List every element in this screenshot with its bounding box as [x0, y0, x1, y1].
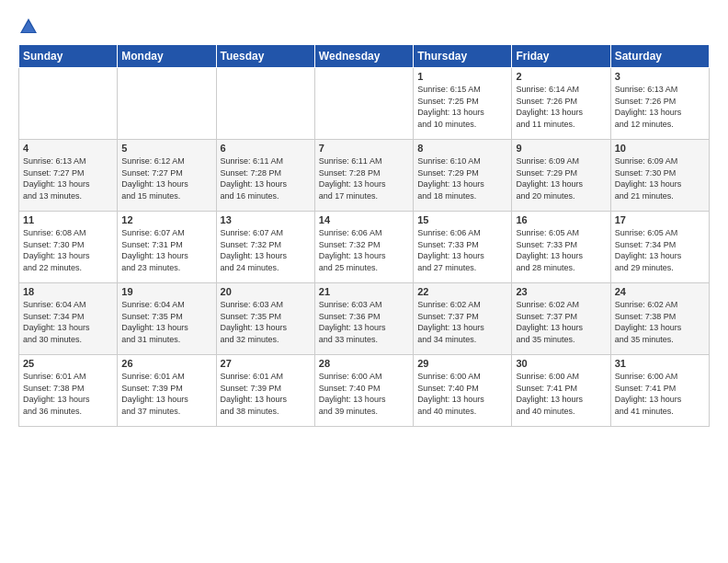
day-number: 21 [319, 286, 409, 297]
day-info: Sunrise: 6:01 AM Sunset: 7:39 PM Dayligh… [221, 371, 311, 417]
week-row-1: 4Sunrise: 6:13 AM Sunset: 7:27 PM Daylig… [19, 140, 710, 212]
calendar-cell: 4Sunrise: 6:13 AM Sunset: 7:27 PM Daylig… [19, 140, 118, 212]
calendar-cell: 30Sunrise: 6:00 AM Sunset: 7:41 PM Dayli… [512, 355, 610, 427]
day-number: 7 [319, 143, 409, 154]
day-number: 11 [23, 214, 113, 225]
logo-icon [18, 17, 39, 37]
day-number: 5 [121, 143, 211, 154]
day-info: Sunrise: 6:11 AM Sunset: 7:28 PM Dayligh… [319, 155, 409, 201]
day-number: 8 [417, 143, 507, 154]
day-info: Sunrise: 6:14 AM Sunset: 7:26 PM Dayligh… [516, 84, 606, 130]
day-info: Sunrise: 6:09 AM Sunset: 7:30 PM Dayligh… [615, 155, 705, 201]
day-info: Sunrise: 6:06 AM Sunset: 7:33 PM Dayligh… [417, 227, 507, 273]
calendar: SundayMondayTuesdayWednesdayThursdayFrid… [18, 44, 710, 427]
day-info: Sunrise: 6:08 AM Sunset: 7:30 PM Dayligh… [23, 227, 113, 273]
day-number: 16 [516, 214, 606, 225]
day-number: 1 [417, 71, 507, 82]
day-info: Sunrise: 6:02 AM Sunset: 7:37 PM Dayligh… [417, 299, 507, 345]
day-number: 24 [615, 286, 705, 297]
week-row-0: 1Sunrise: 6:15 AM Sunset: 7:25 PM Daylig… [19, 68, 710, 140]
day-info: Sunrise: 6:00 AM Sunset: 7:40 PM Dayligh… [319, 371, 409, 417]
day-info: Sunrise: 6:03 AM Sunset: 7:36 PM Dayligh… [319, 299, 409, 345]
day-number: 30 [516, 358, 606, 369]
col-header-thursday: Thursday [414, 45, 512, 68]
day-number: 19 [121, 286, 211, 297]
calendar-cell: 28Sunrise: 6:00 AM Sunset: 7:40 PM Dayli… [314, 355, 413, 427]
calendar-cell: 22Sunrise: 6:02 AM Sunset: 7:37 PM Dayli… [414, 283, 512, 355]
header [18, 17, 710, 37]
calendar-cell: 21Sunrise: 6:03 AM Sunset: 7:36 PM Dayli… [314, 283, 413, 355]
logo [18, 17, 42, 37]
day-info: Sunrise: 6:00 AM Sunset: 7:41 PM Dayligh… [516, 371, 606, 417]
day-number: 15 [417, 214, 507, 225]
calendar-cell: 3Sunrise: 6:13 AM Sunset: 7:26 PM Daylig… [610, 68, 709, 140]
calendar-cell [314, 68, 413, 140]
day-number: 17 [615, 214, 705, 225]
day-number: 12 [121, 214, 211, 225]
day-info: Sunrise: 6:07 AM Sunset: 7:32 PM Dayligh… [221, 227, 311, 273]
calendar-cell [118, 68, 216, 140]
day-info: Sunrise: 6:13 AM Sunset: 7:27 PM Dayligh… [23, 155, 113, 201]
calendar-cell: 10Sunrise: 6:09 AM Sunset: 7:30 PM Dayli… [610, 140, 709, 212]
calendar-cell: 9Sunrise: 6:09 AM Sunset: 7:29 PM Daylig… [512, 140, 610, 212]
calendar-cell: 31Sunrise: 6:00 AM Sunset: 7:41 PM Dayli… [610, 355, 709, 427]
calendar-cell: 15Sunrise: 6:06 AM Sunset: 7:33 PM Dayli… [414, 212, 512, 283]
day-number: 6 [221, 143, 311, 154]
day-number: 26 [121, 358, 211, 369]
col-header-tuesday: Tuesday [216, 45, 314, 68]
day-info: Sunrise: 6:04 AM Sunset: 7:34 PM Dayligh… [23, 299, 113, 345]
day-number: 25 [23, 358, 113, 369]
day-info: Sunrise: 6:15 AM Sunset: 7:25 PM Dayligh… [417, 84, 507, 130]
calendar-cell: 23Sunrise: 6:02 AM Sunset: 7:37 PM Dayli… [512, 283, 610, 355]
day-info: Sunrise: 6:09 AM Sunset: 7:29 PM Dayligh… [516, 155, 606, 201]
calendar-cell: 24Sunrise: 6:02 AM Sunset: 7:38 PM Dayli… [610, 283, 709, 355]
day-number: 10 [615, 143, 705, 154]
col-header-sunday: Sunday [19, 45, 118, 68]
day-info: Sunrise: 6:03 AM Sunset: 7:35 PM Dayligh… [221, 299, 311, 345]
day-number: 31 [615, 358, 705, 369]
calendar-cell: 12Sunrise: 6:07 AM Sunset: 7:31 PM Dayli… [118, 212, 216, 283]
day-number: 2 [516, 71, 606, 82]
day-number: 27 [221, 358, 311, 369]
day-number: 3 [615, 71, 705, 82]
calendar-cell: 6Sunrise: 6:11 AM Sunset: 7:28 PM Daylig… [216, 140, 314, 212]
day-info: Sunrise: 6:10 AM Sunset: 7:29 PM Dayligh… [417, 155, 507, 201]
col-header-saturday: Saturday [610, 45, 709, 68]
calendar-cell: 11Sunrise: 6:08 AM Sunset: 7:30 PM Dayli… [19, 212, 118, 283]
day-number: 13 [221, 214, 311, 225]
calendar-cell: 1Sunrise: 6:15 AM Sunset: 7:25 PM Daylig… [414, 68, 512, 140]
day-info: Sunrise: 6:02 AM Sunset: 7:38 PM Dayligh… [615, 299, 705, 345]
day-info: Sunrise: 6:02 AM Sunset: 7:37 PM Dayligh… [516, 299, 606, 345]
day-info: Sunrise: 6:07 AM Sunset: 7:31 PM Dayligh… [121, 227, 211, 273]
day-number: 23 [516, 286, 606, 297]
calendar-header-row: SundayMondayTuesdayWednesdayThursdayFrid… [19, 45, 710, 68]
calendar-cell: 25Sunrise: 6:01 AM Sunset: 7:38 PM Dayli… [19, 355, 118, 427]
calendar-cell: 20Sunrise: 6:03 AM Sunset: 7:35 PM Dayli… [216, 283, 314, 355]
day-info: Sunrise: 6:12 AM Sunset: 7:27 PM Dayligh… [121, 155, 211, 201]
col-header-friday: Friday [512, 45, 610, 68]
week-row-4: 25Sunrise: 6:01 AM Sunset: 7:38 PM Dayli… [19, 355, 710, 427]
calendar-cell: 14Sunrise: 6:06 AM Sunset: 7:32 PM Dayli… [314, 212, 413, 283]
day-number: 28 [319, 358, 409, 369]
day-info: Sunrise: 6:04 AM Sunset: 7:35 PM Dayligh… [121, 299, 211, 345]
calendar-cell: 13Sunrise: 6:07 AM Sunset: 7:32 PM Dayli… [216, 212, 314, 283]
day-info: Sunrise: 6:01 AM Sunset: 7:38 PM Dayligh… [23, 371, 113, 417]
week-row-3: 18Sunrise: 6:04 AM Sunset: 7:34 PM Dayli… [19, 283, 710, 355]
day-info: Sunrise: 6:00 AM Sunset: 7:41 PM Dayligh… [615, 371, 705, 417]
day-number: 20 [221, 286, 311, 297]
day-info: Sunrise: 6:00 AM Sunset: 7:40 PM Dayligh… [417, 371, 507, 417]
day-info: Sunrise: 6:06 AM Sunset: 7:32 PM Dayligh… [319, 227, 409, 273]
col-header-wednesday: Wednesday [314, 45, 413, 68]
day-info: Sunrise: 6:05 AM Sunset: 7:33 PM Dayligh… [516, 227, 606, 273]
calendar-cell: 16Sunrise: 6:05 AM Sunset: 7:33 PM Dayli… [512, 212, 610, 283]
day-number: 4 [23, 143, 113, 154]
calendar-cell: 19Sunrise: 6:04 AM Sunset: 7:35 PM Dayli… [118, 283, 216, 355]
calendar-cell: 17Sunrise: 6:05 AM Sunset: 7:34 PM Dayli… [610, 212, 709, 283]
calendar-cell: 18Sunrise: 6:04 AM Sunset: 7:34 PM Dayli… [19, 283, 118, 355]
calendar-cell: 8Sunrise: 6:10 AM Sunset: 7:29 PM Daylig… [414, 140, 512, 212]
day-number: 29 [417, 358, 507, 369]
calendar-cell: 26Sunrise: 6:01 AM Sunset: 7:39 PM Dayli… [118, 355, 216, 427]
calendar-cell: 7Sunrise: 6:11 AM Sunset: 7:28 PM Daylig… [314, 140, 413, 212]
day-info: Sunrise: 6:01 AM Sunset: 7:39 PM Dayligh… [121, 371, 211, 417]
day-info: Sunrise: 6:05 AM Sunset: 7:34 PM Dayligh… [615, 227, 705, 273]
